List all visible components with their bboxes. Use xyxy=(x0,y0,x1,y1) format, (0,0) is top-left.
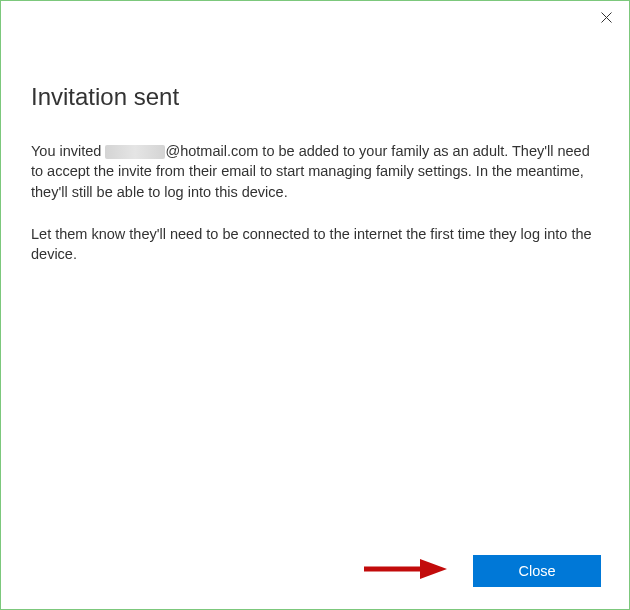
titlebar xyxy=(1,1,629,33)
dialog-content: Invitation sent You invited @hotmail.com… xyxy=(1,33,629,264)
redacted-email-localpart xyxy=(105,145,165,159)
window-close-button[interactable] xyxy=(583,1,629,33)
dialog-footer: Close xyxy=(473,555,601,587)
arrow-annotation-icon xyxy=(362,557,447,581)
paragraph-1: You invited @hotmail.com to be added to … xyxy=(31,141,599,202)
svg-marker-3 xyxy=(420,559,447,579)
close-button[interactable]: Close xyxy=(473,555,601,587)
paragraph-1-email-domain: @hotmail.com xyxy=(165,143,258,159)
close-icon xyxy=(601,12,612,23)
paragraph-2: Let them know they'll need to be connect… xyxy=(31,224,599,265)
paragraph-1-prefix: You invited xyxy=(31,143,105,159)
page-title: Invitation sent xyxy=(31,83,599,111)
